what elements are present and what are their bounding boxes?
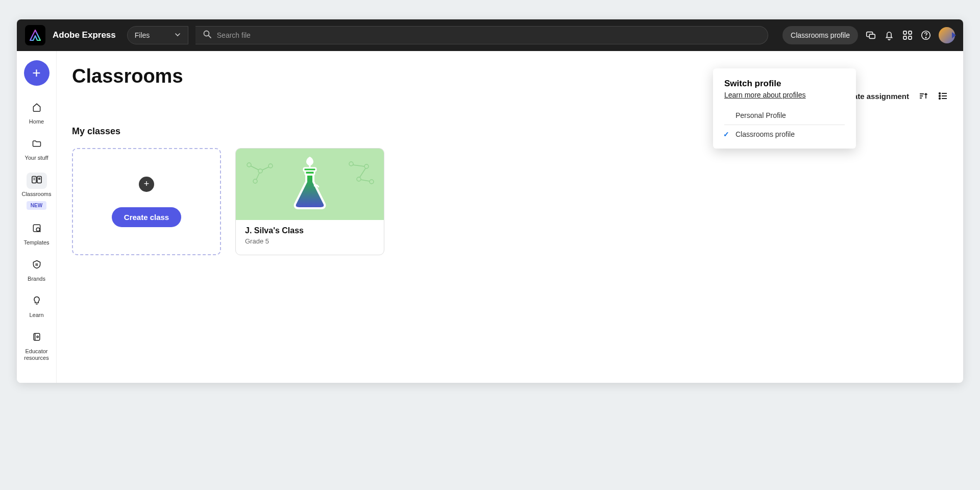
class-info: J. Silva's Class Grade 5 bbox=[236, 220, 384, 251]
sidebar-item-label: Home bbox=[29, 118, 44, 125]
svg-point-28 bbox=[939, 98, 940, 99]
classrooms-icon bbox=[31, 175, 42, 187]
flask-icon bbox=[290, 155, 330, 213]
sidebar-item-educator-resources[interactable]: Educator resources bbox=[17, 326, 56, 365]
profile-switcher-button[interactable]: Classrooms profile bbox=[782, 26, 858, 44]
topbar: Adobe Express Files Classrooms profile bbox=[17, 19, 963, 51]
svg-line-1 bbox=[208, 36, 211, 38]
lightbulb-icon bbox=[32, 296, 42, 308]
svg-point-30 bbox=[247, 163, 251, 167]
svg-point-32 bbox=[268, 164, 273, 168]
svg-point-20 bbox=[37, 336, 38, 337]
create-class-card[interactable]: + Create class bbox=[72, 148, 221, 255]
sidebar-item-label: Learn bbox=[29, 312, 43, 318]
home-icon bbox=[32, 102, 42, 114]
cards-row: + Create class bbox=[72, 148, 948, 255]
chat-icon[interactable] bbox=[865, 30, 876, 41]
sidebar-item-home[interactable]: Home bbox=[17, 96, 56, 129]
chevron-down-icon bbox=[175, 31, 181, 39]
search-field[interactable] bbox=[195, 26, 768, 44]
svg-point-39 bbox=[357, 177, 361, 181]
svg-rect-46 bbox=[304, 168, 316, 171]
new-badge: NEW bbox=[27, 201, 46, 210]
class-thumbnail bbox=[236, 149, 384, 220]
app-window: Adobe Express Files Classrooms profile bbox=[17, 19, 963, 383]
profile-button-label: Classrooms profile bbox=[791, 31, 850, 39]
svg-rect-7 bbox=[909, 36, 912, 39]
profile-switcher-popover: Switch profile Learn more about profiles… bbox=[713, 68, 856, 149]
list-view-icon[interactable] bbox=[938, 91, 948, 101]
popover-title: Switch profile bbox=[713, 79, 856, 89]
search-input[interactable] bbox=[217, 31, 761, 39]
action-row: Create assignment bbox=[841, 91, 948, 101]
files-dropdown[interactable]: Files bbox=[127, 26, 188, 44]
sidebar-item-label: Classrooms bbox=[21, 191, 51, 198]
folder-icon bbox=[32, 138, 42, 151]
svg-point-26 bbox=[939, 95, 940, 96]
svg-point-9 bbox=[925, 37, 926, 38]
sort-icon[interactable] bbox=[918, 91, 928, 101]
sidebar: + Home Your stuff Classrooms NEW Templat bbox=[17, 51, 57, 383]
class-grade: Grade 5 bbox=[245, 237, 375, 245]
class-name: J. Silva's Class bbox=[245, 226, 375, 235]
svg-rect-4 bbox=[903, 31, 906, 34]
svg-text:B: B bbox=[35, 262, 38, 266]
svg-point-31 bbox=[258, 169, 262, 173]
svg-point-37 bbox=[349, 162, 353, 166]
svg-line-43 bbox=[361, 180, 370, 181]
svg-point-38 bbox=[364, 164, 369, 168]
profile-option-label: Personal Profile bbox=[736, 111, 786, 119]
learn-more-link[interactable]: Learn more about profiles bbox=[713, 89, 856, 106]
svg-point-40 bbox=[370, 180, 374, 184]
create-class-button[interactable]: Create class bbox=[112, 207, 181, 227]
sidebar-item-classrooms[interactable]: Classrooms NEW bbox=[17, 168, 56, 213]
svg-point-24 bbox=[939, 93, 940, 94]
checkmark-icon: ✓ bbox=[723, 130, 729, 138]
svg-rect-3 bbox=[869, 34, 875, 38]
sidebar-item-label: Templates bbox=[23, 239, 49, 246]
svg-line-36 bbox=[256, 173, 259, 180]
plus-icon: + bbox=[32, 65, 40, 81]
sidebar-item-learn[interactable]: Learn bbox=[17, 289, 56, 323]
sidebar-item-label: Educator resources bbox=[19, 348, 54, 361]
user-avatar[interactable] bbox=[939, 27, 955, 43]
sidebar-item-templates[interactable]: Templates bbox=[17, 217, 56, 250]
apps-grid-icon[interactable] bbox=[902, 30, 913, 41]
brand-name: Adobe Express bbox=[53, 30, 116, 40]
sidebar-item-label: Brands bbox=[28, 276, 45, 282]
svg-rect-5 bbox=[909, 31, 912, 34]
adobe-logo-icon[interactable] bbox=[25, 25, 45, 45]
sidebar-item-brands[interactable]: B Brands bbox=[17, 253, 56, 286]
sidebar-item-your-stuff[interactable]: Your stuff bbox=[17, 132, 56, 165]
svg-point-33 bbox=[253, 179, 257, 183]
class-card[interactable]: J. Silva's Class Grade 5 bbox=[235, 148, 384, 255]
book-icon bbox=[32, 332, 42, 344]
profile-option-label: Classrooms profile bbox=[736, 130, 795, 138]
profile-option-classrooms[interactable]: ✓ Classrooms profile bbox=[713, 125, 856, 143]
plus-circle-icon: + bbox=[139, 177, 154, 192]
bell-icon[interactable] bbox=[884, 30, 895, 41]
files-dropdown-label: Files bbox=[135, 31, 150, 39]
sidebar-item-label: Your stuff bbox=[25, 155, 48, 161]
search-icon bbox=[203, 30, 212, 41]
svg-line-35 bbox=[262, 167, 269, 170]
svg-rect-6 bbox=[903, 36, 906, 39]
help-icon[interactable] bbox=[920, 30, 932, 41]
profile-option-personal[interactable]: Personal Profile bbox=[713, 106, 856, 125]
brands-icon: B bbox=[32, 259, 42, 272]
svg-point-14 bbox=[36, 228, 40, 231]
svg-point-12 bbox=[38, 178, 40, 180]
create-button[interactable]: + bbox=[24, 60, 50, 86]
svg-line-41 bbox=[353, 165, 364, 166]
svg-line-42 bbox=[360, 168, 365, 177]
templates-icon bbox=[32, 223, 42, 235]
svg-line-34 bbox=[251, 166, 259, 170]
